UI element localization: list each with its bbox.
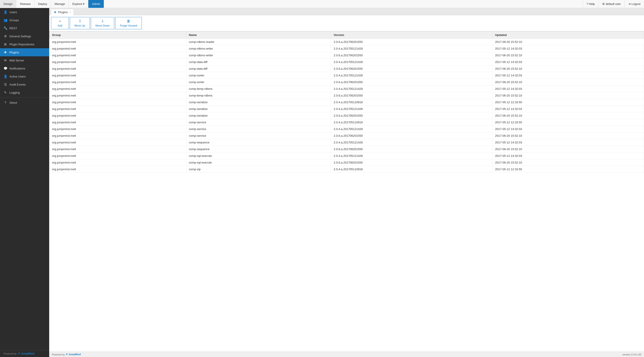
sidebar-item-logging[interactable]: ✎ Logging bbox=[0, 88, 49, 96]
cell-group: org.jumpmind.metl bbox=[50, 99, 186, 106]
table-row[interactable]: org.jumpmind.metl comp-data-diff 2.0.4.a… bbox=[50, 59, 644, 65]
move-up-button[interactable]: ⇧ Move Up bbox=[70, 17, 90, 29]
table-row[interactable]: org.jumpmind.metl comp-sequence 2.0.4.a.… bbox=[50, 139, 644, 146]
sidebar-item-audit-events-label: Audit Events bbox=[10, 83, 26, 86]
cell-version: 2.0.4.a.201705121428 bbox=[331, 45, 492, 52]
table-row[interactable]: org.jumpmind.metl comp-data-diff 2.0.6.a… bbox=[50, 65, 644, 72]
table-row[interactable]: org.jumpmind.metl comp-serialize 2.0.4.a… bbox=[50, 106, 644, 112]
move-down-button[interactable]: ⇩ Move Down bbox=[91, 17, 114, 29]
cell-group: org.jumpmind.metl bbox=[50, 153, 186, 159]
tab-close-button[interactable]: × bbox=[70, 11, 71, 13]
jumpmind-footer-logo: ✗ JumpMind bbox=[66, 353, 81, 356]
cell-version: 2.0.6.a.201706201550 bbox=[331, 112, 492, 119]
plugins-table-container: Group Name Version Updated org.jumpmind.… bbox=[49, 31, 644, 352]
sidebar-item-audit-events[interactable]: ☰ Audit Events bbox=[0, 80, 49, 88]
cell-group: org.jumpmind.metl bbox=[50, 132, 186, 139]
nav-explore[interactable]: Explore ▾ bbox=[69, 0, 88, 8]
table-row[interactable]: org.jumpmind.metl comp-sorter 2.0.6.a.20… bbox=[50, 79, 644, 85]
add-button[interactable]: + Add bbox=[51, 17, 69, 29]
cell-name: comp-sequence bbox=[186, 139, 331, 146]
add-label: Add bbox=[58, 24, 62, 27]
sidebar-item-about[interactable]: ? About bbox=[0, 98, 49, 107]
sidebar-item-rest-label: REST bbox=[10, 26, 17, 30]
settings-icon: ⚙ bbox=[4, 34, 7, 38]
cell-name: comp-sorter bbox=[186, 72, 331, 79]
table-header-row: Group Name Version Updated bbox=[50, 31, 644, 39]
sidebar-item-users-label: Users bbox=[10, 10, 17, 14]
sidebar-item-users[interactable]: 👤 Users bbox=[0, 8, 49, 16]
cell-updated: 2017-06-20 15:52:10 bbox=[492, 92, 644, 99]
sidebar-item-groups[interactable]: 👥 Groups bbox=[0, 16, 49, 24]
cell-group: org.jumpmind.metl bbox=[50, 139, 186, 146]
table-row[interactable]: org.jumpmind.metl comp-zip 2.0.4.a.20170… bbox=[50, 166, 644, 173]
plugins-tab[interactable]: ✚ Plugins × bbox=[51, 9, 74, 15]
cell-name: comp-sorter bbox=[186, 79, 331, 85]
groups-icon: 👥 bbox=[4, 18, 7, 22]
cell-updated: 2017-05-12 14:32:03 bbox=[492, 72, 644, 79]
cell-name: comp-rdbms-reader bbox=[186, 39, 331, 45]
nav-admin[interactable]: Admin bbox=[88, 0, 104, 8]
cell-updated: 2017-05-12 14:32:03 bbox=[492, 85, 644, 92]
table-row[interactable]: org.jumpmind.metl comp-serialize 2.0.4.a… bbox=[50, 99, 644, 106]
col-version: Version bbox=[331, 31, 492, 39]
sidebar-item-active-users[interactable]: 👤 Active Users bbox=[0, 72, 49, 80]
cell-name: comp-data-diff bbox=[186, 65, 331, 72]
table-row[interactable]: org.jumpmind.metl comp-rdbms-reader 2.0.… bbox=[50, 39, 644, 45]
plugins-icon: ✚ bbox=[4, 50, 7, 54]
nav-design[interactable]: Design bbox=[0, 0, 16, 8]
cell-group: org.jumpmind.metl bbox=[50, 85, 186, 92]
sidebar-item-mail-server[interactable]: ✉ Mail Server bbox=[0, 56, 49, 64]
bottom-bar-left: Powered by ✗ JumpMind bbox=[52, 353, 81, 356]
sidebar-item-plugin-repositories[interactable]: ⊞ Plugin Repositories bbox=[0, 40, 49, 48]
move-up-icon: ⇧ bbox=[78, 19, 82, 23]
cell-version: 2.0.4.a.201705110918 bbox=[331, 166, 492, 173]
table-row[interactable]: org.jumpmind.metl comp-serialize 2.0.6.a… bbox=[50, 112, 644, 119]
sidebar-item-notifications[interactable]: 💬 Notifications bbox=[0, 64, 49, 72]
cell-name: comp-sequence bbox=[186, 146, 331, 153]
audit-icon: ☰ bbox=[4, 83, 7, 86]
col-name: Name bbox=[186, 31, 331, 39]
col-group: Group bbox=[50, 31, 186, 39]
table-row[interactable]: org.jumpmind.metl comp-rdbms-writer 2.0.… bbox=[50, 45, 644, 52]
cell-updated: 2017-05-12 12:16:55 bbox=[492, 119, 644, 126]
version-label: version 2.0.6.r.65 bbox=[622, 353, 641, 356]
cell-version: 2.0.6.a.201706201550 bbox=[331, 159, 492, 166]
plugin-repos-icon: ⊞ bbox=[4, 42, 7, 46]
cell-group: org.jumpmind.metl bbox=[50, 52, 186, 59]
table-row[interactable]: org.jumpmind.metl comp-temp-rdbms 2.0.6.… bbox=[50, 92, 644, 99]
cell-updated: 2017-06-20 15:52:10 bbox=[492, 39, 644, 45]
sidebar-item-plugins-label: Plugins bbox=[10, 51, 19, 54]
help-button[interactable]: ? Help bbox=[583, 0, 598, 8]
table-row[interactable]: org.jumpmind.metl comp-temp-rdbms 2.0.4.… bbox=[50, 85, 644, 92]
table-row[interactable]: org.jumpmind.metl comp-sorter 2.0.4.a.20… bbox=[50, 72, 644, 79]
cell-updated: 2017-06-20 15:52:10 bbox=[492, 146, 644, 153]
default-user-button[interactable]: ⚙ default user bbox=[598, 0, 624, 8]
sidebar-footer: Powered by ✗ JumpMind bbox=[0, 350, 49, 357]
logging-icon: ✎ bbox=[4, 91, 7, 94]
nav-release[interactable]: Release bbox=[16, 0, 34, 8]
purge-unused-button[interactable]: 🗑 Purge Unused bbox=[115, 17, 142, 29]
move-down-icon: ⇩ bbox=[101, 19, 104, 23]
cell-version: 2.0.4.a.201705121428 bbox=[331, 106, 492, 112]
mail-icon: ✉ bbox=[4, 58, 7, 62]
sidebar-item-plugins[interactable]: ✚ Plugins bbox=[0, 48, 49, 56]
nav-manage[interactable]: Manage bbox=[51, 0, 69, 8]
table-row[interactable]: org.jumpmind.metl comp-sql-execute 2.0.4… bbox=[50, 153, 644, 159]
cell-updated: 2017-06-20 15:52:10 bbox=[492, 65, 644, 72]
table-row[interactable]: org.jumpmind.metl comp-service 2.0.6.a.2… bbox=[50, 132, 644, 139]
table-row[interactable]: org.jumpmind.metl comp-service 2.0.4.a.2… bbox=[50, 119, 644, 126]
cell-group: org.jumpmind.metl bbox=[50, 126, 186, 132]
table-row[interactable]: org.jumpmind.metl comp-sequence 2.0.6.a.… bbox=[50, 146, 644, 153]
cell-name: comp-serialize bbox=[186, 106, 331, 112]
table-row[interactable]: org.jumpmind.metl comp-rdbms-writer 2.0.… bbox=[50, 52, 644, 59]
cell-updated: 2017-06-20 15:52:10 bbox=[492, 79, 644, 85]
nav-deploy[interactable]: Deploy bbox=[34, 0, 51, 8]
cell-group: org.jumpmind.metl bbox=[50, 166, 186, 173]
logout-button[interactable]: ➔ Logout bbox=[624, 0, 644, 8]
cell-group: org.jumpmind.metl bbox=[50, 146, 186, 153]
table-row[interactable]: org.jumpmind.metl comp-sql-execute 2.0.6… bbox=[50, 159, 644, 166]
sidebar-item-rest[interactable]: 🔧 REST bbox=[0, 24, 49, 32]
table-row[interactable]: org.jumpmind.metl comp-service 2.0.4.a.2… bbox=[50, 126, 644, 132]
cell-group: org.jumpmind.metl bbox=[50, 159, 186, 166]
sidebar-item-general-settings[interactable]: ⚙ General Settings bbox=[0, 32, 49, 40]
